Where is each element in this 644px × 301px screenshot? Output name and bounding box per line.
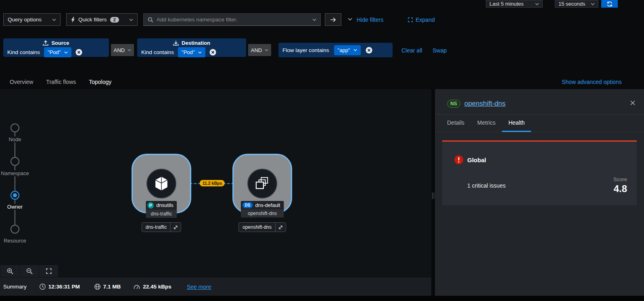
node-label-dns-default[interactable]: DS dns-default openshift-dns (241, 201, 284, 217)
node-title: dnsutils (156, 203, 173, 208)
refresh-button[interactable] (601, 0, 618, 8)
globe-icon (94, 284, 100, 290)
source-group-title: Source (51, 40, 69, 46)
panel-tab-metrics[interactable]: Metrics (471, 115, 502, 132)
tab-traffic-flows[interactable]: Traffic flows (40, 75, 82, 90)
daemonset-kind-badge: DS (243, 202, 253, 208)
scope-connector (15, 166, 15, 191)
summary-rate: 22.45 kBps (143, 284, 171, 290)
hide-filters-link[interactable]: Hide filters (357, 17, 383, 23)
grip-icon (432, 192, 434, 199)
group-pill-dns-traffic[interactable]: dns-traffic (142, 222, 181, 232)
destination-logic-and-select[interactable]: AND (248, 44, 271, 56)
expand-arrows-icon (278, 225, 283, 230)
tachometer-icon (134, 284, 140, 290)
show-advanced-options-link[interactable]: Show advanced options (562, 79, 622, 85)
group-pill-openshift-dns[interactable]: openshift-dns (238, 222, 286, 232)
namespace-filter-searchbox[interactable] (143, 13, 321, 26)
health-card-title: Global (467, 157, 486, 163)
flow-layer-value-chip[interactable]: "app" (334, 45, 361, 55)
tab-overview[interactable]: Overview (3, 75, 40, 90)
panel-tab-health[interactable]: Health (502, 115, 531, 132)
critical-exclamation-icon (454, 155, 463, 164)
scope-radio-resource[interactable] (10, 225, 19, 234)
query-options-dropdown[interactable]: Query options (3, 13, 61, 26)
panel-tab-details[interactable]: Details (441, 115, 471, 132)
destination-group-title: Destination (182, 40, 210, 46)
chevron-down-icon (128, 49, 131, 51)
clear-all-filters-link[interactable]: Clear all (401, 47, 422, 54)
quick-filters-label: Quick filters (78, 17, 107, 23)
swap-filters-link[interactable]: Swap (433, 47, 447, 54)
summary-time: 12:36:31 PM (48, 284, 80, 290)
chevron-down-icon (64, 51, 68, 54)
health-score-label: Score (613, 176, 627, 182)
zoom-out-button[interactable] (20, 265, 39, 277)
remove-flow-layer-filter-icon[interactable] (366, 47, 372, 54)
node-inner-circle (146, 169, 176, 199)
chevron-down-icon (591, 3, 595, 5)
scope-label-resource: Resource (2, 238, 27, 244)
fit-to-screen-button[interactable] (39, 265, 58, 277)
fit-to-screen-icon (46, 268, 52, 274)
chevron-down-icon (535, 3, 539, 5)
chevron-down-icon (129, 19, 133, 21)
expand-group-button[interactable] (170, 223, 181, 232)
chevron-down-icon (198, 51, 202, 54)
zoom-in-icon (7, 268, 13, 274)
destination-filter-group: Destination Kind contains "Pod" (137, 38, 246, 57)
node-label-dnsutils[interactable]: P dnsutils dns-traffic (146, 201, 177, 218)
remove-source-filter-icon[interactable] (75, 49, 82, 56)
destination-field-label: Kind contains (141, 49, 174, 55)
scope-radio-namespace[interactable] (10, 157, 19, 166)
refresh-interval-value: 15 seconds (558, 1, 585, 7)
zoom-controls (0, 265, 58, 277)
destination-value-chip[interactable]: "Pod" (178, 47, 205, 57)
expand-group-button[interactable] (275, 223, 286, 232)
panel-resource-link[interactable]: openshift-dns (464, 100, 506, 108)
expand-icon (408, 17, 413, 22)
upload-icon (43, 40, 48, 46)
collapse-filters-chevron-icon[interactable] (348, 18, 352, 21)
expand-link[interactable]: Expand (416, 17, 435, 23)
search-icon (148, 17, 153, 23)
search-input[interactable] (157, 17, 309, 23)
panel-resize-handle[interactable] (431, 89, 435, 296)
search-chevron-down-icon[interactable] (312, 19, 316, 21)
scope-radio-owner[interactable] (10, 191, 19, 200)
tab-topology[interactable]: Topology (82, 75, 118, 90)
quick-filters-dropdown[interactable]: Quick filters 2 (66, 13, 138, 26)
apply-filter-button[interactable] (325, 13, 341, 26)
scope-label-namespace: Namespace (0, 170, 30, 176)
daemonset-layers-icon (255, 177, 270, 190)
sync-icon (607, 1, 613, 7)
edge-traffic-label[interactable]: 11.2 kBps (200, 180, 225, 186)
scope-label-node: Node (7, 136, 22, 142)
summary-bytes: 7.1 MB (103, 284, 121, 290)
source-logic-and-select[interactable]: AND (111, 44, 134, 56)
time-range-select[interactable]: Last 5 minutes (486, 0, 543, 8)
source-field-label: Kind contains (7, 49, 40, 55)
chevron-down-icon (353, 49, 357, 51)
bottom-strip (0, 296, 644, 301)
scope-label-owner: Owner (6, 204, 24, 210)
remove-destination-filter-icon[interactable] (209, 49, 216, 56)
quick-filters-count-badge: 2 (110, 17, 119, 23)
node-inner-circle (247, 169, 277, 199)
details-side-panel: NS openshift-dns Details Metrics Health … (435, 89, 644, 296)
namespace-kind-badge: NS (447, 100, 460, 108)
see-more-link[interactable]: See more (187, 284, 211, 290)
source-value-chip[interactable]: "Pod" (44, 47, 71, 57)
query-options-label: Query options (8, 17, 42, 23)
chevron-down-icon (52, 19, 56, 21)
source-filter-group: Source Kind contains "Pod" (3, 38, 109, 57)
zoom-in-button[interactable] (0, 265, 19, 277)
node-subtitle: dns-traffic (146, 210, 177, 218)
refresh-interval-select[interactable]: 15 seconds (555, 0, 598, 8)
scope-radio-node[interactable] (10, 123, 19, 132)
flow-layer-field-label: Flow layer contains (282, 47, 329, 53)
flow-layer-filter-group: Flow layer contains "app" (278, 43, 393, 57)
health-card: Global 1 critical issues Score 4.8 (442, 140, 637, 205)
zoom-out-icon (26, 268, 33, 274)
close-panel-icon[interactable] (630, 100, 635, 105)
